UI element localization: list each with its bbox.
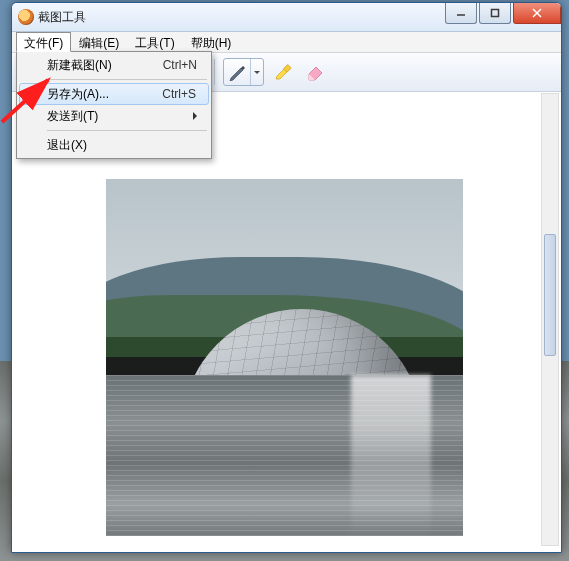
minimize-button[interactable] <box>445 3 477 24</box>
pen-tool[interactable] <box>223 58 264 86</box>
menu-item-shortcut: Ctrl+S <box>162 87 208 101</box>
canvas-area <box>16 93 541 548</box>
eraser-tool[interactable] <box>302 59 328 85</box>
menu-exit[interactable]: 退出(X) <box>19 134 209 156</box>
menubar: 文件(F) 编辑(E) 工具(T) 帮助(H) <box>12 32 561 53</box>
snip-image[interactable] <box>106 179 463 536</box>
menu-item-label: 退出(X) <box>47 137 87 154</box>
eraser-icon <box>305 62 325 82</box>
menu-help[interactable]: 帮助(H) <box>183 32 240 52</box>
pen-icon <box>228 63 246 81</box>
menu-item-shortcut: Ctrl+N <box>163 58 209 72</box>
menu-item-label: 另存为(A)... <box>47 86 109 103</box>
menu-send-to[interactable]: 发送到(T) <box>19 105 209 127</box>
menu-item-label: 新建截图(N) <box>47 57 112 74</box>
menu-tools[interactable]: 工具(T) <box>127 32 182 52</box>
menu-edit[interactable]: 编辑(E) <box>71 32 127 52</box>
highlighter-tool[interactable] <box>270 59 296 85</box>
menu-new-snip[interactable]: 新建截图(N) Ctrl+N <box>19 54 209 76</box>
scroll-thumb[interactable] <box>544 234 556 356</box>
svg-rect-1 <box>492 10 499 17</box>
file-menu-dropdown: 新建截图(N) Ctrl+N 另存为(A)... Ctrl+S 发送到(T) 退… <box>16 51 212 159</box>
menu-item-label: 发送到(T) <box>47 108 98 125</box>
pen-dropdown[interactable] <box>250 59 263 85</box>
menu-save-as[interactable]: 另存为(A)... Ctrl+S <box>19 83 209 105</box>
menu-file[interactable]: 文件(F) <box>16 32 71 52</box>
vertical-scrollbar[interactable] <box>541 93 559 546</box>
titlebar[interactable]: 截图工具 <box>12 3 561 32</box>
window-title: 截图工具 <box>38 9 86 26</box>
highlighter-icon <box>273 62 293 82</box>
app-icon <box>18 9 34 25</box>
app-window: 截图工具 文件(F) 编辑(E) 工具(T) 帮助(H) <box>11 2 562 553</box>
close-button[interactable] <box>513 3 561 24</box>
maximize-button[interactable] <box>479 3 511 24</box>
